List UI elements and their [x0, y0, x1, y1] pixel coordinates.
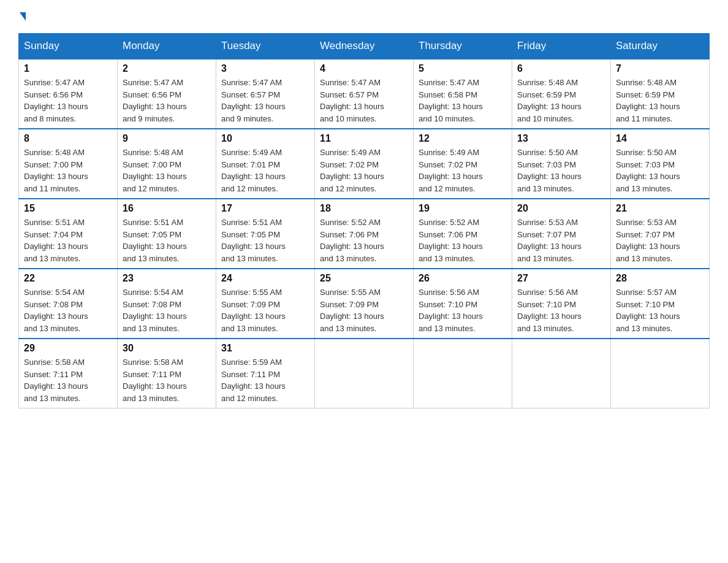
- calendar-cell: 1 Sunrise: 5:47 AM Sunset: 6:56 PM Dayli…: [19, 59, 118, 129]
- calendar-header-wednesday: Wednesday: [315, 34, 414, 59]
- day-number: 31: [221, 343, 309, 354]
- calendar-cell: 2 Sunrise: 5:47 AM Sunset: 6:56 PM Dayli…: [118, 59, 216, 129]
- day-info: Sunrise: 5:51 AM Sunset: 7:05 PM Dayligh…: [123, 216, 211, 264]
- calendar-cell: 22 Sunrise: 5:54 AM Sunset: 7:08 PM Dayl…: [19, 269, 118, 339]
- calendar-cell: 19 Sunrise: 5:52 AM Sunset: 7:06 PM Dayl…: [414, 199, 512, 269]
- calendar-cell: 9 Sunrise: 5:48 AM Sunset: 7:00 PM Dayli…: [118, 129, 216, 199]
- calendar-cell: 3 Sunrise: 5:47 AM Sunset: 6:57 PM Dayli…: [216, 59, 315, 129]
- calendar-header-friday: Friday: [512, 34, 611, 59]
- day-info: Sunrise: 5:57 AM Sunset: 7:10 PM Dayligh…: [616, 286, 704, 334]
- day-info: Sunrise: 5:47 AM Sunset: 6:56 PM Dayligh…: [123, 77, 211, 124]
- calendar-week-3: 15 Sunrise: 5:51 AM Sunset: 7:04 PM Dayl…: [19, 199, 710, 269]
- day-info: Sunrise: 5:52 AM Sunset: 7:06 PM Dayligh…: [419, 216, 507, 264]
- day-info: Sunrise: 5:54 AM Sunset: 7:08 PM Dayligh…: [24, 286, 112, 334]
- calendar-cell: 31 Sunrise: 5:59 AM Sunset: 7:11 PM Dayl…: [216, 339, 315, 408]
- day-number: 4: [320, 63, 408, 74]
- calendar-cell: 18 Sunrise: 5:52 AM Sunset: 7:06 PM Dayl…: [315, 199, 414, 269]
- calendar-table: SundayMondayTuesdayWednesdayThursdayFrid…: [18, 33, 710, 408]
- day-number: 9: [123, 133, 211, 144]
- calendar-cell: 15 Sunrise: 5:51 AM Sunset: 7:04 PM Dayl…: [19, 199, 118, 269]
- calendar-cell: [512, 339, 611, 408]
- day-info: Sunrise: 5:59 AM Sunset: 7:11 PM Dayligh…: [221, 356, 309, 404]
- day-info: Sunrise: 5:48 AM Sunset: 6:59 PM Dayligh…: [517, 77, 605, 124]
- day-number: 28: [616, 273, 704, 284]
- day-number: 1: [24, 63, 112, 74]
- day-number: 8: [24, 133, 112, 144]
- calendar-cell: 8 Sunrise: 5:48 AM Sunset: 7:00 PM Dayli…: [19, 129, 118, 199]
- calendar-cell: 30 Sunrise: 5:58 AM Sunset: 7:11 PM Dayl…: [118, 339, 216, 408]
- day-number: 6: [517, 63, 605, 74]
- calendar-cell: 14 Sunrise: 5:50 AM Sunset: 7:03 PM Dayl…: [611, 129, 710, 199]
- calendar-cell: 17 Sunrise: 5:51 AM Sunset: 7:05 PM Dayl…: [216, 199, 315, 269]
- calendar-cell: 28 Sunrise: 5:57 AM Sunset: 7:10 PM Dayl…: [611, 269, 710, 339]
- day-number: 14: [616, 133, 704, 144]
- calendar-week-1: 1 Sunrise: 5:47 AM Sunset: 6:56 PM Dayli…: [19, 59, 710, 129]
- day-info: Sunrise: 5:50 AM Sunset: 7:03 PM Dayligh…: [517, 147, 605, 194]
- calendar-week-4: 22 Sunrise: 5:54 AM Sunset: 7:08 PM Dayl…: [19, 269, 710, 339]
- day-number: 24: [221, 273, 309, 284]
- calendar-cell: 26 Sunrise: 5:56 AM Sunset: 7:10 PM Dayl…: [414, 269, 512, 339]
- calendar-header-sunday: Sunday: [19, 34, 118, 59]
- calendar-cell: 20 Sunrise: 5:53 AM Sunset: 7:07 PM Dayl…: [512, 199, 611, 269]
- day-info: Sunrise: 5:47 AM Sunset: 6:57 PM Dayligh…: [221, 77, 309, 124]
- page-header: [18, 12, 710, 21]
- logo: [18, 12, 26, 21]
- day-info: Sunrise: 5:55 AM Sunset: 7:09 PM Dayligh…: [221, 286, 309, 334]
- calendar-cell: 10 Sunrise: 5:49 AM Sunset: 7:01 PM Dayl…: [216, 129, 315, 199]
- day-number: 3: [221, 63, 309, 74]
- day-info: Sunrise: 5:54 AM Sunset: 7:08 PM Dayligh…: [123, 286, 211, 334]
- calendar-cell: [611, 339, 710, 408]
- day-info: Sunrise: 5:58 AM Sunset: 7:11 PM Dayligh…: [24, 356, 112, 404]
- day-info: Sunrise: 5:56 AM Sunset: 7:10 PM Dayligh…: [517, 286, 605, 334]
- day-info: Sunrise: 5:49 AM Sunset: 7:01 PM Dayligh…: [221, 147, 309, 194]
- day-number: 22: [24, 273, 112, 284]
- day-number: 20: [517, 203, 605, 214]
- day-info: Sunrise: 5:48 AM Sunset: 6:59 PM Dayligh…: [616, 77, 704, 124]
- calendar-cell: 12 Sunrise: 5:49 AM Sunset: 7:02 PM Dayl…: [414, 129, 512, 199]
- day-number: 15: [24, 203, 112, 214]
- calendar-cell: 16 Sunrise: 5:51 AM Sunset: 7:05 PM Dayl…: [118, 199, 216, 269]
- day-info: Sunrise: 5:51 AM Sunset: 7:05 PM Dayligh…: [221, 216, 309, 264]
- day-info: Sunrise: 5:49 AM Sunset: 7:02 PM Dayligh…: [419, 147, 507, 194]
- day-info: Sunrise: 5:56 AM Sunset: 7:10 PM Dayligh…: [419, 286, 507, 334]
- calendar-header-row: SundayMondayTuesdayWednesdayThursdayFrid…: [19, 34, 710, 59]
- calendar-header-saturday: Saturday: [611, 34, 710, 59]
- calendar-cell: 6 Sunrise: 5:48 AM Sunset: 6:59 PM Dayli…: [512, 59, 611, 129]
- day-number: 13: [517, 133, 605, 144]
- day-number: 10: [221, 133, 309, 144]
- calendar-cell: 4 Sunrise: 5:47 AM Sunset: 6:57 PM Dayli…: [315, 59, 414, 129]
- day-info: Sunrise: 5:58 AM Sunset: 7:11 PM Dayligh…: [123, 356, 211, 404]
- day-number: 25: [320, 273, 408, 284]
- calendar-header-monday: Monday: [118, 34, 216, 59]
- day-info: Sunrise: 5:53 AM Sunset: 7:07 PM Dayligh…: [517, 216, 605, 264]
- logo-triangle-icon: [20, 12, 26, 21]
- calendar-cell: 27 Sunrise: 5:56 AM Sunset: 7:10 PM Dayl…: [512, 269, 611, 339]
- day-number: 11: [320, 133, 408, 144]
- day-info: Sunrise: 5:48 AM Sunset: 7:00 PM Dayligh…: [123, 147, 211, 194]
- calendar-cell: 7 Sunrise: 5:48 AM Sunset: 6:59 PM Dayli…: [611, 59, 710, 129]
- day-info: Sunrise: 5:53 AM Sunset: 7:07 PM Dayligh…: [616, 216, 704, 264]
- day-number: 21: [616, 203, 704, 214]
- day-number: 23: [123, 273, 211, 284]
- day-info: Sunrise: 5:47 AM Sunset: 6:58 PM Dayligh…: [419, 77, 507, 124]
- calendar-header-tuesday: Tuesday: [216, 34, 315, 59]
- day-info: Sunrise: 5:52 AM Sunset: 7:06 PM Dayligh…: [320, 216, 408, 264]
- calendar-cell: [315, 339, 414, 408]
- day-info: Sunrise: 5:47 AM Sunset: 6:57 PM Dayligh…: [320, 77, 408, 124]
- calendar-header-thursday: Thursday: [414, 34, 512, 59]
- calendar-cell: 29 Sunrise: 5:58 AM Sunset: 7:11 PM Dayl…: [19, 339, 118, 408]
- day-number: 18: [320, 203, 408, 214]
- calendar-cell: 5 Sunrise: 5:47 AM Sunset: 6:58 PM Dayli…: [414, 59, 512, 129]
- calendar-week-2: 8 Sunrise: 5:48 AM Sunset: 7:00 PM Dayli…: [19, 129, 710, 199]
- calendar-cell: [414, 339, 512, 408]
- day-info: Sunrise: 5:50 AM Sunset: 7:03 PM Dayligh…: [616, 147, 704, 194]
- day-info: Sunrise: 5:48 AM Sunset: 7:00 PM Dayligh…: [24, 147, 112, 194]
- calendar-cell: 24 Sunrise: 5:55 AM Sunset: 7:09 PM Dayl…: [216, 269, 315, 339]
- calendar-cell: 11 Sunrise: 5:49 AM Sunset: 7:02 PM Dayl…: [315, 129, 414, 199]
- day-number: 19: [419, 203, 507, 214]
- day-number: 12: [419, 133, 507, 144]
- day-number: 5: [419, 63, 507, 74]
- day-number: 7: [616, 63, 704, 74]
- day-number: 26: [419, 273, 507, 284]
- calendar-cell: 13 Sunrise: 5:50 AM Sunset: 7:03 PM Dayl…: [512, 129, 611, 199]
